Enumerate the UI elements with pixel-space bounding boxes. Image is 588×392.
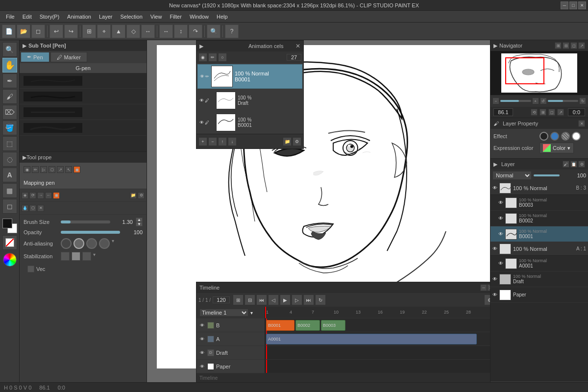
anim-tb-3[interactable]: ○ [218,53,227,62]
layer-group-b-header[interactable]: 👁 100 % Normal B : 3 [490,181,588,195]
zoom-select[interactable]: 🔍 [207,24,220,38]
menu-file[interactable]: File [2,13,19,21]
pen-tool[interactable]: ✒ [2,74,17,88]
tp-opt-1[interactable]: ◈ [22,192,28,199]
tp-opt-2[interactable]: ⟳ [29,192,36,199]
effect-circle-grid[interactable] [561,132,570,141]
anim-item-draft[interactable]: 👁 🖊 100 % Draft [197,90,302,111]
marker-tab[interactable]: 🖊 Marker [50,52,87,62]
layer-b0001[interactable]: 👁 100 % Normal B0001 [490,226,588,242]
effect-circle-blue[interactable] [550,132,559,141]
tp-icon-btn-1[interactable]: ◉ [24,166,30,173]
tl-settings[interactable]: ⚙ [484,294,490,305]
select-tool[interactable]: ⬚ [2,136,17,151]
move-tool[interactable]: ✋ [2,58,17,73]
zoom-tool[interactable]: 🔍 [2,42,17,57]
anim-add-btn[interactable]: + [198,137,207,146]
brush-item-2[interactable] [20,89,147,104]
help-button[interactable]: ? [225,24,239,38]
eraser-tool[interactable]: ⌦ [2,105,17,120]
move-button[interactable]: ↔ [141,24,155,38]
brush-size-down[interactable]: ▼ [136,222,143,226]
layer-b0002[interactable]: 👁 100 % Normal B0002 [490,211,588,226]
tp-opt-3[interactable]: → [37,192,44,199]
layer-vis-b0003[interactable]: 👁 [498,200,503,205]
timeline-track-paper-row[interactable] [265,360,490,373]
color-wheel-mini[interactable] [3,253,17,267]
transform-button[interactable]: ⊞ [82,24,96,38]
tl-loop-button[interactable]: ↻ [315,294,326,305]
menu-filter[interactable]: Filter [166,13,185,21]
timeline-frame-input[interactable] [213,296,230,303]
fill-tool[interactable]: 🪣 [2,121,17,135]
nav-rotate-ccw[interactable]: ↺ [540,98,547,104]
tl-delete-track[interactable]: ⊟ [245,294,255,305]
redo-button[interactable]: ↪ [64,24,78,38]
nav-rotate-slider[interactable] [548,100,579,102]
tl-cel-a0001[interactable]: A0001 [266,334,477,344]
anim-settings-btn[interactable]: ⚙ [293,137,301,146]
timeline-minimize-button[interactable]: ─ [480,284,487,291]
zoom-value-input[interactable] [493,108,513,116]
timeline-tracks-area[interactable]: 1 4 7 10 13 16 19 22 25 28 B0001 [265,307,490,373]
lasso-tool[interactable]: ◌ [2,152,17,167]
lp-btn-1[interactable]: 🖌 [563,161,569,168]
timeline-track-paper[interactable]: 👁 Paper [196,360,265,373]
nav-btn-3[interactable]: ◻ [570,42,577,49]
layer-draft[interactable]: 👁 100 % Normal Draft [490,271,588,287]
tp-opt-5[interactable]: ◼ [53,192,60,199]
menu-view[interactable]: View [147,13,166,21]
stab-1[interactable] [61,252,70,261]
color-dropdown-button[interactable]: Color ▾ [539,143,574,153]
text-tool[interactable]: A [2,168,17,182]
layer-a0001[interactable]: 👁 100 % Normal A0001 [490,256,588,271]
lp-btn-2[interactable]: 📋 [570,161,577,168]
tl-vis-a[interactable]: 👁 [198,336,205,343]
stab-2[interactable] [72,252,80,261]
timeline-close-button[interactable]: ✕ [487,284,490,291]
layer-b0003[interactable]: 👁 100 % Normal B0003 [490,195,588,211]
tp-icon-btn-3[interactable]: ▷ [40,166,47,173]
nav-extra-3[interactable]: ◻ [548,109,555,116]
layer-group-a-header[interactable]: 👁 100 % Normal A : 1 [490,242,588,256]
lasso-button[interactable]: ⌖ [97,24,111,38]
nav-zoom-out[interactable]: − [492,98,499,104]
anim-tb-2[interactable]: ✏ [208,53,217,62]
layer-vis-paper[interactable]: 👁 [492,292,497,297]
tp-opt-4[interactable]: ← [45,192,52,199]
timeline-track-b-row[interactable]: B0001 B0002 B0003 [265,318,490,332]
menu-selection[interactable]: Selection [117,13,147,21]
aa-weak[interactable] [74,238,84,249]
open-file-button[interactable]: 📂 [17,24,30,38]
aa-medium[interactable] [86,238,97,249]
tl-cel-b0002[interactable]: B0002 [295,320,320,331]
anim-move-up-btn[interactable]: ↑ [218,137,227,146]
anim-folder-btn[interactable]: 📁 [283,137,292,146]
anim-eye-btn[interactable]: 👁 ✏ [200,74,209,79]
tl-vis-paper[interactable]: 👁 [198,363,205,370]
anim-frame-input[interactable] [287,54,301,61]
layer-vis-a0001[interactable]: 👁 [498,261,503,266]
menu-help[interactable]: Help [213,13,232,21]
tl-cel-b0003[interactable]: B0003 [321,320,345,331]
flip-v-button[interactable]: ↕ [174,24,188,38]
effect-circle-white[interactable] [572,132,581,141]
nav-rotate-cw[interactable]: ↻ [579,98,586,104]
timeline-track-a[interactable]: 👁 A [196,332,265,346]
minimize-button[interactable]: ─ [561,1,568,9]
tp-opt-gear[interactable]: ⚙ [138,192,145,199]
timeline-track-draft-row[interactable] [265,346,490,360]
layer-opacity-slider[interactable] [534,174,560,176]
tl-vis-b[interactable]: 👁 [198,322,205,329]
menu-story[interactable]: Story(P) [36,13,63,21]
nav-btn-4[interactable]: ↗ [578,42,585,49]
menu-layer[interactable]: Layer [95,13,117,21]
save-file-button[interactable]: ◻ [31,24,45,38]
brush-item-3[interactable] [20,104,147,120]
navigator-preview[interactable] [490,51,588,95]
anim-panel-close-button[interactable]: ✕ [295,43,300,49]
layer-vis-b-group[interactable]: 👁 [492,185,497,191]
nav-extra-2[interactable]: ⊞ [539,109,546,116]
tl-vis-draft[interactable]: 👁 [198,349,205,356]
eraser-button[interactable]: ◇ [126,24,140,38]
